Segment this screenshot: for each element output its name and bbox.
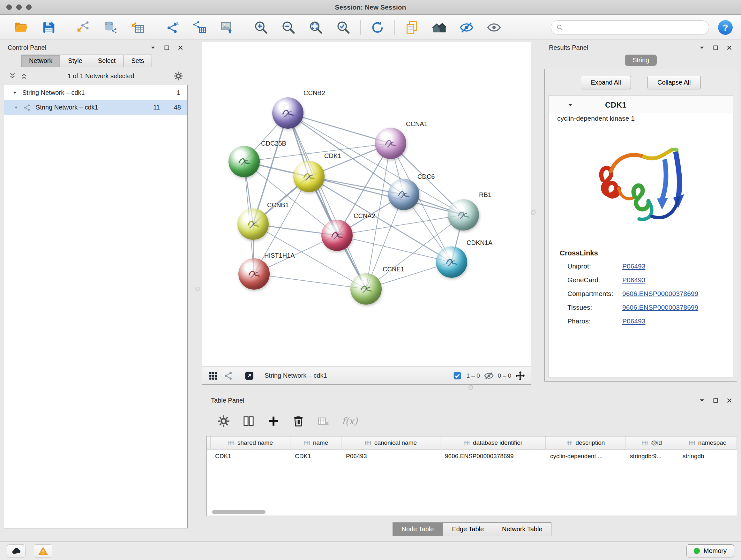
tab-edge-table[interactable]: Edge Table [443,522,493,536]
panel-menu-button[interactable] [698,397,705,404]
share-network-button[interactable] [223,371,233,381]
create-column-button[interactable] [267,415,280,428]
new-network-button[interactable] [163,17,181,37]
hidden-count-indicator[interactable] [484,371,494,381]
panel-close-button[interactable] [726,44,733,51]
maximize-window-button[interactable] [26,4,31,10]
table-cell[interactable]: stringdb [679,453,737,460]
table-cell[interactable]: CDK1 [291,453,342,460]
network-edge[interactable] [288,113,366,289]
splitter-handle-bottom[interactable] [468,385,473,390]
splitter-handle-right[interactable] [531,210,536,214]
expand-all-tree-button[interactable] [8,72,17,80]
import-network-from-file-button[interactable] [74,17,92,37]
results-tab-string[interactable]: String [625,55,657,66]
column-header-namespac[interactable]: namespac [678,436,737,449]
table-cell[interactable]: CDK1 [211,453,291,460]
network-row-selected[interactable]: String Network – cdk1 11 48 [4,100,187,115]
gene-expander-icon[interactable] [567,102,574,109]
network-edge[interactable] [254,274,366,289]
table-row[interactable]: CDK1CDK1P064939606.ENSP00000378699cyclin… [207,449,737,462]
delete-table-button[interactable] [317,415,330,428]
show-graphics-details-button[interactable] [485,17,503,37]
panel-float-button[interactable] [712,44,719,51]
expand-all-button[interactable]: Expand All [581,76,631,89]
column-header-at-id[interactable]: @id [625,436,678,449]
cloud-status-button[interactable] [7,544,25,558]
expander-triangle-icon[interactable] [12,90,18,96]
save-session-button[interactable] [40,17,58,37]
zoom-selected-button[interactable] [334,17,352,37]
delete-column-button[interactable] [292,415,305,428]
tab-select[interactable]: Select [90,55,124,67]
hide-annotations-button[interactable] [458,17,475,37]
import-network-from-database-button[interactable] [102,17,119,37]
help-button[interactable]: ? [718,19,733,36]
network-from-table-button[interactable] [191,17,208,37]
minimize-window-button[interactable] [16,4,22,10]
network-node-ccnb1[interactable] [238,208,269,240]
panel-close-button[interactable] [726,397,733,404]
network-canvas[interactable]: CCNB2CCNA1CDC25BCDK1CDC6RB1CCNB1CCNA2CDK… [202,42,531,367]
tab-network[interactable]: Network [21,55,60,67]
network-edge[interactable] [337,235,452,262]
crosslink-genecard-link[interactable]: P06493 [622,276,645,284]
crosslink-tissues-link[interactable]: 9606.ENSP00000378699 [622,304,698,311]
collapse-all-button[interactable]: Collapse All [648,76,701,89]
panel-float-button[interactable] [163,44,170,51]
tab-sets[interactable]: Sets [123,55,152,67]
warnings-button[interactable] [34,544,52,558]
panel-float-button[interactable] [712,397,719,404]
pan-mode-button[interactable] [515,371,525,381]
grid-mode-button[interactable] [208,371,218,381]
table-cell[interactable]: stringdb:9... [626,453,679,460]
network-node-ccna1[interactable] [375,128,406,159]
export-image-button[interactable] [218,17,236,37]
results-scrollbar[interactable] [549,374,733,377]
home-button[interactable] [430,17,448,37]
open-session-button[interactable] [12,17,30,37]
close-window-button[interactable] [6,4,12,10]
network-node-ccne1[interactable] [350,273,382,305]
network-node-cdc6[interactable] [388,179,419,210]
zoom-in-button[interactable] [252,17,270,37]
function-builder-button[interactable]: f(x) [342,416,358,427]
splitter-handle-left[interactable] [195,287,199,291]
birds-eye-view-button[interactable] [244,371,254,381]
crosslink-compartments-link[interactable]: 9606.ENSP00000378699 [622,290,698,298]
column-header-canonical-name[interactable]: canonical name [341,436,441,449]
network-node-hist1h1a[interactable] [239,258,270,290]
network-options-button[interactable] [174,71,183,81]
search-box[interactable] [551,20,709,35]
search-input[interactable] [566,24,704,31]
collapse-all-tree-button[interactable] [20,72,28,80]
tab-network-table[interactable]: Network Table [493,522,551,536]
column-header-name[interactable]: name [290,436,341,449]
network-node-ccna2[interactable] [321,220,353,251]
table-cell[interactable]: cyclin-dependent ... [546,453,626,460]
panel-menu-button[interactable] [698,44,705,51]
panel-close-button[interactable] [177,44,184,51]
column-header-description[interactable]: description [546,436,625,449]
tab-style[interactable]: Style [60,55,90,67]
column-header-database-identifier[interactable]: database identifier [441,436,546,449]
network-collection-row[interactable]: String Network – cdk1 1 [4,85,187,100]
network-node-cdc25b[interactable] [228,146,260,177]
network-edge[interactable] [288,113,391,143]
crosslink-uniprot-link[interactable]: P06493 [622,262,645,270]
selected-count-checkbox[interactable] [452,371,462,381]
table-cell[interactable]: 9606.ENSP00000378699 [441,453,546,460]
table-settings-button[interactable] [217,415,230,428]
memory-button[interactable]: Memory [686,544,734,557]
tab-node-table[interactable]: Node Table [393,522,443,536]
column-header-shared-name[interactable]: shared name [211,436,290,449]
copy-document-button[interactable] [403,17,421,37]
import-table-from-file-button[interactable] [129,17,147,37]
zoom-out-button[interactable] [280,17,297,37]
network-node-cdk1[interactable] [293,161,325,192]
network-node-ccnb2[interactable] [272,98,304,129]
zoom-fit-button[interactable] [307,17,325,37]
table-horizontal-scrollbar[interactable] [212,510,266,514]
crosslink-pharos-link[interactable]: P06493 [622,317,645,325]
panel-menu-button[interactable] [150,44,156,51]
